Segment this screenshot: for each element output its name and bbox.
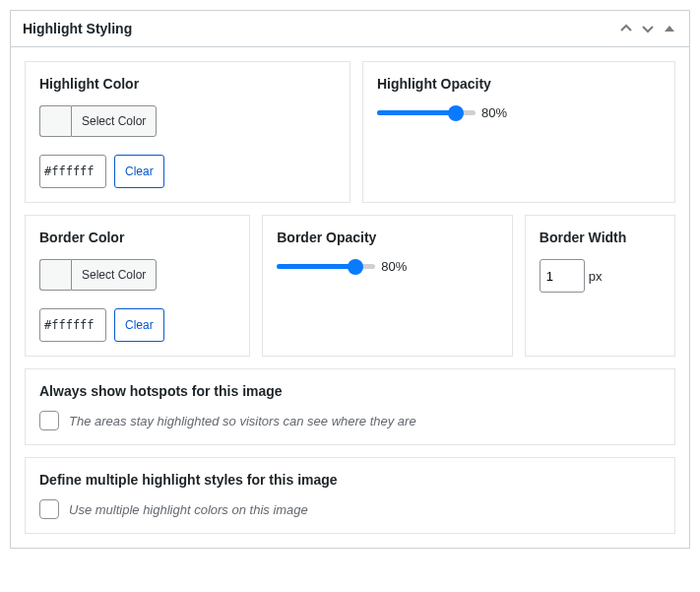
highlight-hex-row: Clear: [39, 155, 336, 188]
always-show-row: The areas stay highlighted so visitors c…: [39, 411, 661, 430]
always-show-title: Always show hotspots for this image: [39, 383, 661, 399]
border-width-title: Border Width: [540, 230, 661, 245]
highlight-opacity-value: 80%: [481, 105, 507, 120]
border-opacity-slider-row: 80%: [277, 259, 498, 274]
highlight-opacity-card: Highlight Opacity 80%: [362, 61, 675, 203]
slider-thumb[interactable]: [448, 105, 464, 121]
highlight-opacity-title: Highlight Opacity: [377, 76, 661, 92]
border-width-card: Border Width px: [525, 215, 675, 357]
border-width-unit: px: [589, 269, 603, 284]
slider-fill: [277, 264, 355, 269]
slider-thumb[interactable]: [348, 259, 363, 275]
border-width-row: px: [540, 259, 661, 293]
highlight-select-color-button[interactable]: Select Color: [71, 105, 157, 137]
border-opacity-title: Border Opacity: [277, 230, 498, 245]
multiple-styles-desc: Use multiple highlight colors on this im…: [69, 502, 308, 517]
border-color-picker: Select Color: [39, 259, 235, 291]
border-color-title: Border Color: [39, 230, 235, 245]
always-show-checkbox[interactable]: [39, 411, 59, 430]
panel-controls: [618, 21, 677, 36]
always-show-desc: The areas stay highlighted so visitors c…: [69, 414, 416, 428]
panel-body: Highlight Color Select Color Clear Highl…: [11, 47, 689, 548]
row-highlight: Highlight Color Select Color Clear Highl…: [25, 61, 675, 203]
border-clear-button[interactable]: Clear: [114, 308, 164, 342]
highlight-color-picker: Select Color: [39, 105, 336, 137]
collapse-icon[interactable]: [662, 21, 677, 36]
multiple-styles-title: Define multiple highlight styles for thi…: [39, 472, 661, 488]
border-hex-input[interactable]: [39, 308, 106, 342]
border-opacity-value: 80%: [381, 259, 407, 274]
highlight-styling-panel: Highlight Styling Highlight Color Select…: [10, 10, 690, 549]
highlight-color-card: Highlight Color Select Color Clear: [25, 61, 350, 203]
border-opacity-card: Border Opacity 80%: [262, 215, 513, 357]
border-width-input[interactable]: [540, 259, 585, 293]
multiple-styles-row: Use multiple highlight colors on this im…: [39, 499, 661, 519]
move-down-icon[interactable]: [640, 21, 656, 36]
row-border: Border Color Select Color Clear Border O…: [25, 215, 675, 357]
highlight-opacity-slider[interactable]: [377, 110, 476, 115]
border-select-color-button[interactable]: Select Color: [71, 259, 157, 291]
panel-title: Highlight Styling: [23, 21, 132, 36]
border-hex-row: Clear: [39, 308, 235, 342]
always-show-card: Always show hotspots for this image The …: [25, 368, 675, 445]
multiple-styles-card: Define multiple highlight styles for thi…: [25, 457, 675, 534]
slider-fill: [377, 110, 456, 115]
highlight-clear-button[interactable]: Clear: [114, 155, 164, 188]
multiple-styles-checkbox[interactable]: [39, 499, 59, 519]
highlight-color-swatch[interactable]: [39, 105, 71, 137]
highlight-color-title: Highlight Color: [39, 76, 336, 92]
border-color-card: Border Color Select Color Clear: [25, 215, 250, 357]
highlight-hex-input[interactable]: [39, 155, 106, 188]
border-opacity-slider[interactable]: [277, 264, 375, 269]
panel-header: Highlight Styling: [11, 11, 689, 47]
border-color-swatch[interactable]: [39, 259, 71, 291]
move-up-icon[interactable]: [618, 21, 634, 36]
highlight-opacity-slider-row: 80%: [377, 105, 661, 120]
